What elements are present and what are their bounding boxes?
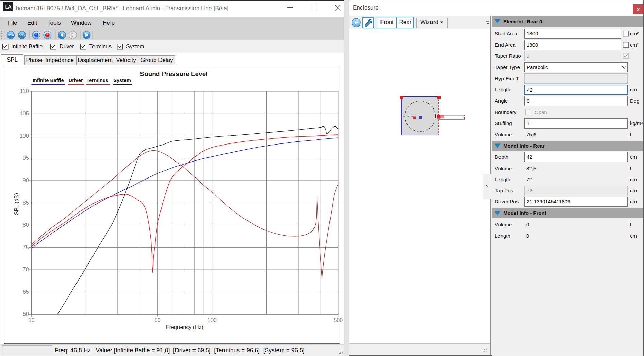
svg-text:NEW: NEW bbox=[7, 34, 14, 37]
svg-text:85: 85 bbox=[23, 200, 29, 206]
svg-text:10: 10 bbox=[29, 317, 35, 323]
svg-text:Frequency (Hz): Frequency (Hz) bbox=[166, 324, 203, 330]
svg-text:95: 95 bbox=[23, 155, 29, 161]
svg-text:60: 60 bbox=[23, 311, 29, 317]
svg-text:90: 90 bbox=[23, 177, 29, 183]
svg-text:70: 70 bbox=[23, 267, 29, 272]
svg-text:Infinite Baffle: Infinite Baffle bbox=[33, 78, 64, 83]
svg-text:Sound Pressure Level: Sound Pressure Level bbox=[140, 70, 208, 78]
svg-text:Driver: Driver bbox=[69, 78, 83, 83]
svg-text:65: 65 bbox=[23, 289, 29, 295]
svg-text:System: System bbox=[113, 78, 131, 83]
svg-text:75: 75 bbox=[23, 244, 29, 250]
svg-text:80: 80 bbox=[23, 222, 29, 228]
svg-text:OPEN: OPEN bbox=[19, 34, 26, 36]
svg-text:50: 50 bbox=[155, 317, 161, 323]
svg-text:100: 100 bbox=[207, 317, 217, 323]
svg-text:500: 500 bbox=[334, 317, 343, 323]
svg-text:110: 110 bbox=[20, 88, 29, 94]
svg-text:100: 100 bbox=[20, 133, 29, 139]
svg-text:105: 105 bbox=[20, 111, 29, 116]
svg-text:SPL (dB): SPL (dB) bbox=[14, 193, 19, 215]
svg-text:Terminus: Terminus bbox=[87, 78, 108, 83]
